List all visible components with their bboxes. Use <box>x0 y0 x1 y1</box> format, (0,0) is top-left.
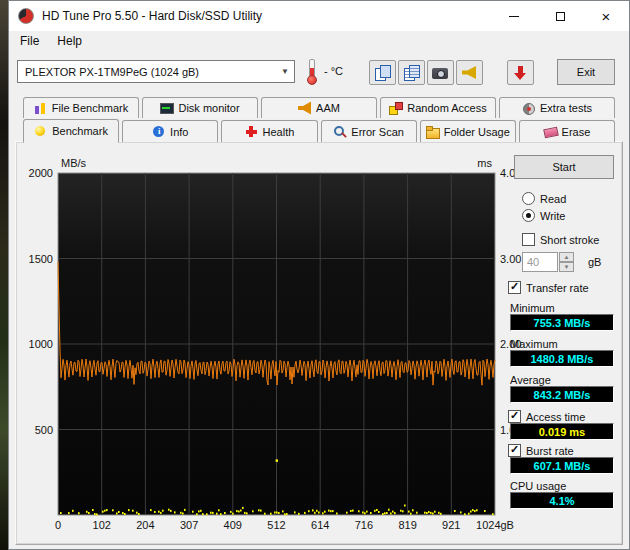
tab-health[interactable]: Health <box>221 120 317 142</box>
tab-label: Disk monitor <box>178 102 239 114</box>
svg-text:409: 409 <box>224 519 242 531</box>
access-time-checkbox[interactable] <box>508 410 521 423</box>
hdtune-window: HD Tune Pro 5.50 - Hard Disk/SSD Utility… <box>8 0 630 550</box>
titlebar[interactable]: HD Tune Pro 5.50 - Hard Disk/SSD Utility… <box>9 1 629 31</box>
menu-file[interactable]: File <box>11 32 48 50</box>
random-access-icon <box>389 102 402 115</box>
menu-bar: File Help <box>9 31 629 52</box>
average-label: Average <box>510 374 551 386</box>
tab-folder-usage[interactable]: Folder Usage <box>420 120 516 142</box>
svg-text:ms: ms <box>477 157 492 169</box>
minimize-icon <box>509 16 519 17</box>
stepper-up-icon[interactable]: ▲ <box>559 252 574 262</box>
svg-text:MB/s: MB/s <box>61 157 87 169</box>
tab-random-access[interactable]: Random Access <box>380 97 496 118</box>
window-title: HD Tune Pro 5.50 - Hard Disk/SSD Utility <box>42 9 262 23</box>
tab-label: Health <box>263 126 295 138</box>
short-stroke-checkbox[interactable] <box>522 233 535 246</box>
tab-info[interactable]: Info <box>122 120 218 142</box>
svg-text:204: 204 <box>136 519 154 531</box>
copy-image-button[interactable] <box>369 60 396 85</box>
tab-label: Random Access <box>407 102 486 114</box>
drive-select-dropdown[interactable]: PLEXTOR PX-1TM9PeG (1024 gB) ▼ <box>17 60 295 83</box>
write-radio[interactable] <box>522 209 535 222</box>
svg-text:2000: 2000 <box>29 167 53 179</box>
info-icon <box>152 125 165 138</box>
lamp-icon <box>34 125 47 138</box>
short-stroke-label: Short stroke <box>540 234 599 246</box>
minimize-button[interactable] <box>491 1 537 31</box>
gb-unit-label: gB <box>588 256 601 268</box>
screenshot-button[interactable] <box>427 60 454 85</box>
tab-extra-tests[interactable]: Extra tests <box>499 97 615 118</box>
svg-text:614: 614 <box>311 519 329 531</box>
maximum-value: 1480.8 MB/s <box>510 350 614 367</box>
copy-text-icon <box>403 65 420 80</box>
svg-text:716: 716 <box>355 519 373 531</box>
svg-text:500: 500 <box>35 424 53 436</box>
benchmark-panel: MB/sms2000150010005004.003.002.001.00010… <box>15 141 623 545</box>
close-button[interactable]: × <box>583 1 629 31</box>
tab-label: Info <box>170 126 188 138</box>
folder-icon <box>426 125 439 138</box>
extra-tests-icon <box>522 102 535 115</box>
transfer-rate-label: Transfer rate <box>526 282 589 294</box>
cpu-usage-value: 4.1% <box>510 492 614 509</box>
thermometer-icon <box>306 59 316 84</box>
tab-error-scan[interactable]: Error Scan <box>321 120 417 142</box>
start-button[interactable]: Start <box>514 155 614 179</box>
maximize-icon <box>556 12 565 21</box>
menu-help[interactable]: Help <box>48 32 91 50</box>
download-button[interactable] <box>507 60 534 85</box>
tab-label: AAM <box>316 102 340 114</box>
tab-aam[interactable]: AAM <box>261 97 377 118</box>
tab-file-benchmark[interactable]: File Benchmark <box>23 97 139 118</box>
short-stroke-row[interactable]: Short stroke <box>522 233 599 246</box>
download-arrow-icon <box>512 65 529 80</box>
disk-monitor-icon <box>160 102 173 115</box>
access-time-value: 0.019 ms <box>510 423 614 440</box>
tab-row-2: Benchmark Info Health Error Scan Folder … <box>23 118 615 142</box>
speaker-icon <box>298 102 311 115</box>
stepper-down-icon[interactable]: ▼ <box>559 262 574 272</box>
magnifier-icon <box>333 125 346 138</box>
short-stroke-size-input[interactable]: 40 <box>522 252 558 272</box>
exit-button[interactable]: Exit <box>557 59 615 85</box>
transfer-rate-checkbox[interactable] <box>508 281 521 294</box>
tab-benchmark[interactable]: Benchmark <box>23 119 119 143</box>
tab-erase[interactable]: Erase <box>519 120 615 142</box>
tab-label: Erase <box>562 126 591 138</box>
exit-label: Exit <box>577 66 595 78</box>
read-radio-row[interactable]: Read <box>522 192 566 205</box>
read-radio[interactable] <box>522 192 535 205</box>
svg-text:307: 307 <box>180 519 198 531</box>
transfer-rate-row[interactable]: Transfer rate <box>508 281 589 294</box>
svg-text:819: 819 <box>398 519 416 531</box>
short-stroke-stepper[interactable]: ▲▼ <box>559 252 574 272</box>
burst-rate-checkbox[interactable] <box>508 444 521 457</box>
svg-text:1500: 1500 <box>29 253 53 265</box>
svg-text:1000: 1000 <box>29 338 53 350</box>
access-time-row[interactable]: Access time <box>508 410 585 423</box>
sound-button[interactable] <box>456 60 483 85</box>
file-benchmark-icon <box>34 102 47 115</box>
benchmark-chart: MB/sms2000150010005004.003.002.001.00010… <box>22 142 530 534</box>
write-label: Write <box>540 210 565 222</box>
maximize-button[interactable] <box>537 1 583 31</box>
write-radio-row[interactable]: Write <box>522 209 565 222</box>
read-label: Read <box>540 193 566 205</box>
minimum-label: Minimum <box>510 302 555 314</box>
copy-text-button[interactable] <box>398 60 425 85</box>
eraser-icon <box>544 125 557 138</box>
tab-disk-monitor[interactable]: Disk monitor <box>142 97 258 118</box>
tab-label: Extra tests <box>540 102 592 114</box>
burst-rate-row[interactable]: Burst rate <box>508 444 574 457</box>
burst-rate-value: 607.1 MB/s <box>510 457 614 474</box>
tab-row-1: File Benchmark Disk monitor AAM Random A… <box>23 97 615 118</box>
tab-label: Folder Usage <box>444 126 510 138</box>
chevron-down-icon: ▼ <box>281 67 289 76</box>
burst-rate-label: Burst rate <box>526 445 574 457</box>
toolbar: PLEXTOR PX-1TM9PeG (1024 gB) ▼ - °C Exit <box>9 52 629 92</box>
access-time-label: Access time <box>526 411 585 423</box>
temperature-readout: - °C <box>324 65 343 77</box>
